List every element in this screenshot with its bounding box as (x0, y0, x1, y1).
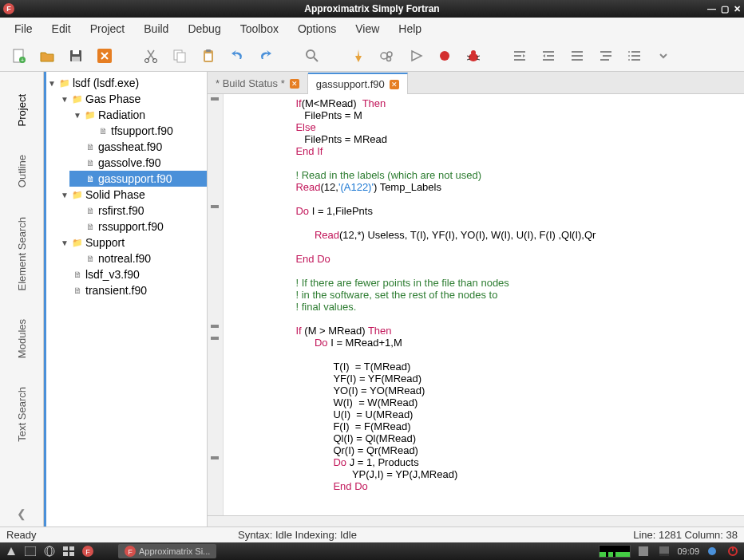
tree-gassolve[interactable]: 🗎gassolve.f90 (69, 155, 207, 171)
sidetab-text-search[interactable]: Text Search (13, 373, 31, 456)
tree-gassupport[interactable]: 🗎gassupport.f90 (69, 171, 207, 187)
menu-view[interactable]: View (347, 20, 387, 37)
menu-options[interactable]: Options (290, 20, 344, 37)
browser-icon[interactable] (42, 544, 57, 558)
status-position: Line: 1281 Column: 38 (594, 529, 738, 541)
tray-icon[interactable] (635, 544, 651, 558)
search-button[interactable] (302, 45, 323, 66)
paste-button[interactable] (198, 45, 219, 66)
open-file-button[interactable] (37, 45, 57, 66)
sidetab-modules[interactable]: Modules (13, 305, 31, 373)
main-area: Project Outline Element Search Modules T… (0, 72, 744, 526)
status-bar: Ready Syntax: Idle Indexing: Idle Line: … (0, 526, 744, 542)
tree-rsfirst[interactable]: 🗎rsfirst.f90 (69, 203, 207, 219)
dropdown-button[interactable] (653, 45, 674, 66)
svg-point-42 (628, 55, 630, 57)
svg-text:F: F (85, 548, 90, 556)
tree-gassheat[interactable]: 🗎gassheat.f90 (69, 139, 207, 155)
menu-help[interactable]: Help (390, 20, 429, 37)
fold-marker-icon[interactable] (211, 97, 219, 101)
close-tab-icon[interactable]: ✕ (390, 80, 399, 89)
tree-support[interactable]: ▼📁Support (57, 235, 207, 250)
svg-rect-57 (659, 554, 669, 556)
collapse-icon[interactable]: ❮ (17, 507, 26, 520)
status-ready: Ready (6, 529, 238, 541)
code-editor[interactable]: If(M<MRead) Then FilePnts = M Else FileP… (224, 94, 744, 515)
tab-gassupport[interactable]: gassupport.f90✕ (308, 73, 408, 94)
svg-point-58 (708, 547, 716, 555)
list-button[interactable] (624, 45, 645, 66)
show-desktop-icon[interactable] (22, 544, 38, 558)
tree-tfsupport[interactable]: 🗎tfsupport.f90 (82, 123, 207, 139)
start-menu-icon[interactable] (3, 544, 19, 558)
record-button[interactable] (434, 45, 455, 66)
minimize-button[interactable]: — (707, 4, 716, 14)
fold-marker-icon[interactable] (211, 205, 219, 208)
tree-gasphase[interactable]: ▼📁Gas Phase (57, 91, 207, 107)
notification-icon[interactable] (704, 544, 720, 558)
svg-point-8 (153, 58, 157, 62)
close-tab-icon[interactable]: ✕ (290, 79, 299, 89)
svg-point-41 (628, 51, 630, 53)
project-panel: ▼📁lsdf (lsdf.exe) ▼📁Gas Phase ▼📁Radiatio… (44, 72, 208, 526)
toolbar: + (0, 40, 744, 72)
run-button[interactable] (406, 45, 426, 66)
svg-rect-4 (73, 50, 79, 54)
new-file-button[interactable]: + (8, 45, 29, 66)
tree-radiation[interactable]: ▼📁Radiation (69, 107, 207, 123)
fold-marker-icon[interactable] (211, 456, 219, 459)
outdent-button[interactable] (567, 45, 588, 66)
os-taskbar: F F Approximatrix Si... 09:09 (0, 542, 744, 560)
build-button[interactable] (377, 45, 398, 66)
debug-button[interactable] (463, 45, 484, 66)
tree-transient[interactable]: 🗎transient.f90 (57, 282, 207, 298)
fold-marker-icon[interactable] (211, 337, 219, 340)
format-button[interactable] (596, 45, 616, 66)
sidetab-outline[interactable]: Outline (13, 140, 31, 202)
tree-lsdfv3[interactable]: 🗎lsdf_v3.f90 (57, 266, 207, 282)
horizontal-scrollbar[interactable] (208, 515, 744, 526)
menu-toolbox[interactable]: Toolbox (232, 20, 287, 37)
close-file-button[interactable] (94, 45, 115, 66)
tree-solidphase[interactable]: ▼📁Solid Phase (57, 187, 207, 203)
menu-file[interactable]: File (6, 20, 41, 37)
menu-bar: File Edit Project Build Debug Toolbox Op… (0, 18, 744, 40)
clock[interactable]: 09:09 (677, 546, 699, 556)
close-button[interactable]: ✕ (734, 4, 741, 14)
svg-rect-44 (25, 546, 36, 556)
tray-icon[interactable] (656, 544, 672, 558)
menu-debug[interactable]: Debug (180, 20, 228, 37)
clean-button[interactable] (348, 45, 369, 66)
side-tab-bar: Project Outline Element Search Modules T… (0, 72, 44, 526)
tab-build-status[interactable]: * Build Status *✕ (208, 73, 308, 93)
sidetab-element-search[interactable]: Element Search (13, 203, 31, 306)
tree-notreal[interactable]: 🗎notreal.f90 (69, 250, 207, 266)
svg-point-7 (145, 58, 149, 62)
indent-r-button[interactable] (538, 45, 559, 66)
status-syntax: Syntax: Idle Indexing: Idle (238, 529, 594, 541)
windows-icon[interactable] (61, 544, 77, 558)
power-icon[interactable] (725, 544, 741, 558)
undo-button[interactable] (227, 45, 247, 66)
save-button[interactable] (65, 45, 86, 66)
tree-root[interactable]: ▼📁lsdf (lsdf.exe) (44, 75, 207, 91)
fold-marker-icon[interactable] (211, 325, 219, 328)
fortran-tray-icon[interactable]: F (80, 544, 96, 558)
editor-area: * Build Status *✕ gassupport.f90✕ If(M<M… (208, 72, 744, 526)
cpu-graph-icon[interactable] (599, 545, 631, 558)
indent-l-button[interactable] (509, 45, 530, 66)
fold-gutter[interactable] (208, 94, 224, 515)
menu-build[interactable]: Build (136, 20, 176, 37)
tree-rssupport[interactable]: 🗎rssupport.f90 (69, 219, 207, 235)
window-title: Approximatrix Simply Fortran (304, 3, 439, 14)
taskbar-app-button[interactable]: F Approximatrix Si... (118, 544, 216, 558)
redo-button[interactable] (255, 45, 276, 66)
menu-project[interactable]: Project (82, 20, 133, 37)
sidetab-project[interactable]: Project (13, 80, 31, 140)
svg-rect-56 (659, 546, 669, 554)
svg-point-46 (47, 546, 52, 556)
maximize-button[interactable]: ▢ (721, 4, 729, 14)
cut-button[interactable] (140, 45, 161, 66)
copy-button[interactable] (169, 45, 190, 66)
menu-edit[interactable]: Edit (44, 20, 79, 37)
